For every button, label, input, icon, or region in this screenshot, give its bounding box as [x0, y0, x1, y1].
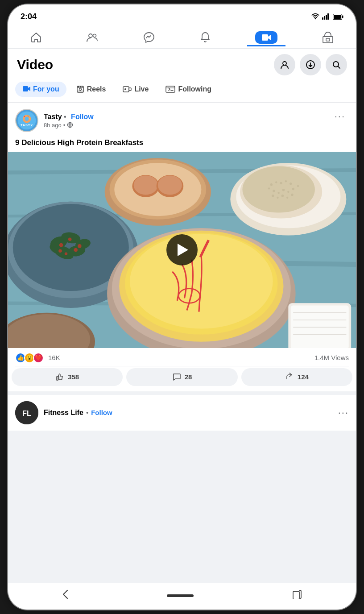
back-icon	[62, 589, 68, 599]
svg-point-81	[74, 248, 78, 252]
svg-rect-2	[324, 16, 325, 20]
play-button-1[interactable]	[166, 234, 198, 266]
download-icon	[306, 60, 315, 70]
svg-point-54	[285, 180, 287, 182]
love-emoji: ❤️	[33, 353, 44, 363]
bottom-nav	[8, 583, 356, 610]
action-bar-1: 358 28 124	[8, 366, 356, 391]
svg-point-29	[25, 117, 29, 121]
tab-following[interactable]: Following	[158, 82, 219, 97]
svg-point-65	[281, 195, 284, 197]
search-icon	[331, 60, 341, 70]
post-author-info-1: TASTY Tasty • Follow 8h ago •	[15, 109, 94, 132]
back-button[interactable]	[53, 588, 77, 604]
svg-point-59	[282, 189, 285, 191]
header-actions	[274, 54, 347, 75]
home-icon	[30, 31, 42, 44]
share-count: 124	[298, 373, 309, 381]
svg-point-0	[315, 18, 316, 20]
svg-rect-19	[78, 86, 79, 87]
profile-button[interactable]	[274, 54, 295, 75]
status-icons	[311, 13, 343, 20]
status-bar: 2:04	[8, 4, 356, 26]
comment-button-1[interactable]: 28	[126, 368, 237, 386]
nav-item-video[interactable]	[247, 29, 285, 46]
svg-rect-99	[293, 591, 299, 599]
svg-point-66	[286, 197, 288, 199]
avatar-fitness-life: FL	[15, 401, 38, 424]
svg-point-53	[280, 182, 282, 184]
nav-item-notifications[interactable]	[191, 29, 219, 46]
svg-rect-4	[327, 13, 329, 20]
signal-icon	[322, 13, 330, 20]
share-button-1[interactable]: 124	[241, 368, 352, 386]
svg-rect-6	[342, 15, 343, 18]
status-time: 2:04	[21, 12, 37, 21]
nav-item-store[interactable]	[314, 29, 342, 46]
post-time-1: 8h ago •	[44, 122, 94, 129]
svg-point-63	[272, 195, 274, 197]
tab-live[interactable]: Live	[116, 82, 156, 97]
tab-for-you[interactable]: For you	[15, 82, 66, 97]
search-button[interactable]	[326, 54, 347, 75]
svg-point-51	[270, 183, 273, 186]
svg-point-8	[89, 34, 92, 37]
reels-tab-icon	[76, 86, 84, 93]
svg-rect-16	[23, 86, 28, 91]
svg-point-67	[291, 194, 293, 196]
nav-item-home[interactable]	[22, 29, 50, 46]
avatar-tasty[interactable]: TASTY	[15, 109, 38, 132]
post-2-more[interactable]: ···	[338, 407, 349, 419]
like-button-1[interactable]: 358	[12, 368, 123, 386]
profile-icon	[280, 60, 290, 70]
wifi-icon	[311, 13, 319, 20]
post-author-line: Tasty • Follow	[44, 113, 94, 121]
post-author-name-1: Tasty	[44, 113, 62, 120]
nav-item-friends[interactable]	[78, 29, 107, 46]
svg-rect-20	[80, 86, 81, 87]
svg-point-77	[59, 243, 63, 247]
video-icon-active	[261, 33, 271, 41]
comment-count: 28	[185, 373, 192, 381]
tab-for-you-label: For you	[33, 85, 59, 93]
svg-point-46	[158, 175, 182, 195]
reactions-bar-1: 👍 😮 ❤️ 16K 1.4M Views	[8, 348, 356, 366]
more-options-btn-1[interactable]: ···	[331, 109, 349, 124]
rotate-button[interactable]	[283, 588, 311, 604]
download-button[interactable]	[300, 54, 321, 75]
play-triangle-icon	[178, 244, 188, 256]
svg-point-79	[78, 244, 82, 248]
post-card-2-preview[interactable]: FL Fitness Life • Follow ···	[8, 395, 356, 431]
svg-point-61	[292, 188, 294, 190]
svg-text:FL: FL	[22, 410, 31, 417]
svg-point-80	[65, 252, 68, 255]
post-follow-btn-1[interactable]: Follow	[71, 113, 94, 120]
notifications-icon	[199, 31, 211, 44]
for-you-tab-icon	[22, 86, 30, 93]
share-icon	[285, 373, 294, 382]
svg-point-64	[277, 197, 278, 199]
tab-bar: For you Reels Live	[8, 79, 356, 103]
like-count: 358	[68, 373, 79, 381]
tab-reels[interactable]: Reels	[69, 82, 113, 97]
like-icon	[55, 373, 64, 382]
svg-point-13	[283, 62, 286, 65]
svg-point-55	[290, 183, 292, 185]
post-meta-1: Tasty • Follow 8h ago •	[44, 113, 94, 129]
svg-point-50	[242, 166, 315, 212]
reactions-left: 👍 😮 ❤️ 16K	[15, 353, 60, 363]
rotate-icon	[292, 589, 302, 599]
home-indicator[interactable]	[167, 594, 194, 597]
svg-point-15	[333, 62, 339, 67]
svg-point-57	[273, 190, 275, 192]
views-count: 1.4M Views	[314, 354, 349, 361]
svg-rect-21	[82, 86, 83, 87]
video-thumbnail-1[interactable]	[8, 152, 356, 348]
svg-rect-90	[291, 305, 349, 348]
svg-point-60	[287, 191, 289, 193]
fitness-avatar-art: FL	[15, 401, 38, 424]
following-tab-icon	[165, 86, 175, 93]
nav-item-messenger[interactable]	[135, 29, 163, 46]
post-2-follow-btn[interactable]: Follow	[91, 409, 112, 416]
post-title-1: 9 Delicious High Protein Breakfasts	[8, 136, 356, 152]
